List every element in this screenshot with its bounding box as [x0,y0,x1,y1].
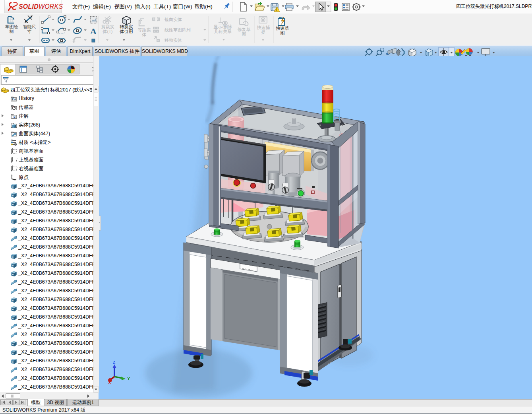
svg-text:A: A [90,26,97,36]
svg-text:!: ! [276,8,277,12]
svg-text:Z: Z [113,360,116,365]
svg-text:X: X [108,380,111,385]
svg-text:Y: Y [127,376,130,381]
